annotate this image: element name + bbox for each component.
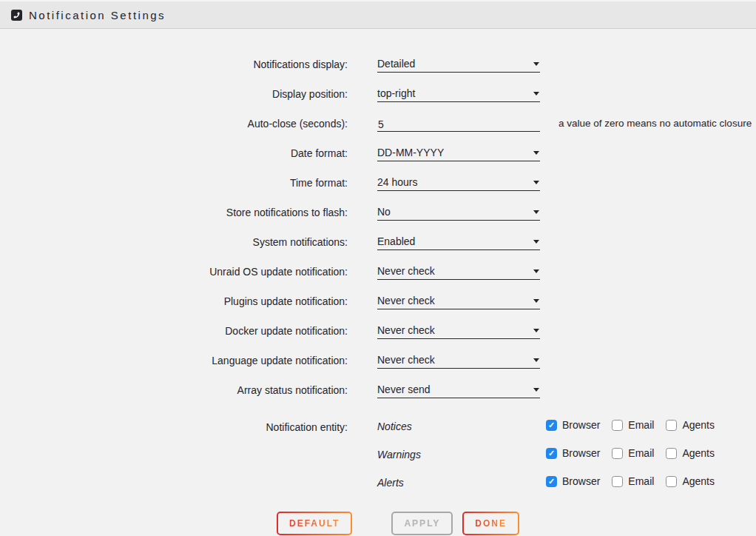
- default-button-label: DEFAULT: [289, 518, 340, 529]
- checkbox-label: Agents: [682, 447, 715, 459]
- field-label: Time format:: [0, 171, 348, 201]
- checkbox-alerts-email[interactable]: ✓Email: [612, 475, 654, 488]
- checkbox-box[interactable]: ✓: [612, 448, 623, 459]
- settings-row-language-update-notification: Language update notification:Never check: [0, 349, 756, 378]
- field-label: Plugins update notification:: [0, 289, 348, 319]
- selected-value: Never check: [377, 324, 435, 336]
- field-label: Array status notification:: [0, 378, 348, 408]
- settings-row-display-position: Display position:top-right: [0, 82, 756, 112]
- chevron-down-icon: [533, 299, 539, 303]
- settings-row-array-status-notification: Array status notification:Never send: [0, 378, 756, 408]
- entity-row-notices: Notification entity:Notices✓Browser✓Emai…: [0, 415, 756, 443]
- checkbox-warnings-browser[interactable]: ✓Browser: [546, 446, 600, 460]
- field-label: Notification entity:: [0, 415, 348, 443]
- checkbox-group-warnings: ✓Browser✓Email✓Agents: [546, 443, 726, 472]
- chevron-down-icon: [533, 62, 539, 66]
- checkbox-label: Email: [628, 475, 654, 487]
- done-button[interactable]: DONE: [464, 513, 518, 534]
- entity-row-alerts: Alerts✓Browser✓Email✓Agents: [0, 472, 756, 500]
- checkbox-warnings-agents[interactable]: ✓Agents: [666, 446, 715, 460]
- checkbox-box[interactable]: ✓: [666, 448, 677, 459]
- entity-level-label: Alerts: [377, 472, 540, 500]
- system-notifications-select[interactable]: Enabled: [377, 230, 540, 250]
- settings-row-time-format: Time format:24 hours: [0, 171, 756, 201]
- selected-value: Never send: [377, 383, 431, 395]
- field-label: Date format:: [0, 141, 348, 171]
- field-label: Auto-close (seconds):: [0, 112, 348, 141]
- selected-value: Never check: [377, 265, 435, 277]
- checkbox-box[interactable]: ✓: [612, 476, 623, 487]
- unraid-os-update-notification-select[interactable]: Never check: [377, 260, 540, 280]
- display-position-select[interactable]: top-right: [377, 82, 540, 102]
- field-label: Store notifications to flash:: [0, 201, 348, 230]
- checkbox-box[interactable]: ✓: [666, 476, 677, 487]
- checkbox-label: Agents: [682, 475, 715, 487]
- notifications-display-select[interactable]: Detailed: [377, 53, 540, 73]
- date-format-select[interactable]: DD-MM-YYYY: [377, 141, 540, 161]
- chevron-down-icon: [533, 388, 539, 392]
- docker-update-notification-select[interactable]: Never check: [377, 319, 540, 339]
- chevron-down-icon: [533, 210, 539, 214]
- selected-value: No: [377, 206, 391, 218]
- chevron-down-icon: [533, 329, 539, 332]
- checkbox-label: Browser: [562, 447, 600, 459]
- done-button-border: DONE: [462, 512, 519, 535]
- checkbox-label: Email: [628, 419, 654, 431]
- checkbox-box[interactable]: ✓: [612, 420, 623, 431]
- settings-row-notifications-display: Notifications display:Detailed: [0, 53, 756, 82]
- field-label: Language update notification:: [0, 349, 348, 378]
- chevron-down-icon: [533, 181, 539, 184]
- field-label: Docker update notification:: [0, 319, 348, 349]
- entity-level-label: Notices: [377, 415, 540, 443]
- checkbox-group-notices: ✓Browser✓Email✓Agents: [546, 415, 726, 443]
- entity-row-warnings: Warnings✓Browser✓Email✓Agents: [0, 443, 756, 472]
- checkbox-box[interactable]: ✓: [546, 448, 557, 459]
- check-icon: ✓: [548, 421, 555, 429]
- settings-row-auto-close-seconds: Auto-close (seconds):a value of zero mea…: [0, 112, 756, 141]
- checkbox-box[interactable]: ✓: [546, 420, 557, 431]
- settings-row-date-format: Date format:DD-MM-YYYY: [0, 141, 756, 171]
- default-button[interactable]: DEFAULT: [278, 513, 351, 534]
- default-button-border: DEFAULT: [277, 512, 352, 535]
- checkbox-alerts-agents[interactable]: ✓Agents: [666, 475, 715, 488]
- chevron-down-icon: [533, 151, 539, 155]
- checkbox-notices-email[interactable]: ✓Email: [612, 418, 654, 432]
- chevron-down-icon: [533, 358, 539, 362]
- checkbox-group-alerts: ✓Browser✓Email✓Agents: [546, 472, 726, 500]
- auto-close-seconds-input[interactable]: [377, 112, 540, 132]
- settings-row-store-notifications-to-flash: Store notifications to flash:No: [0, 201, 756, 230]
- checkbox-label: Browser: [562, 419, 600, 431]
- field-label: Notifications display:: [0, 53, 348, 82]
- check-icon: ✓: [548, 449, 555, 458]
- settings-rows: Notifications display:DetailedDisplay po…: [0, 53, 756, 408]
- array-status-notification-select[interactable]: Never send: [377, 378, 540, 398]
- selected-value: Enabled: [377, 235, 415, 247]
- header: Notification Settings: [0, 0, 756, 29]
- store-notifications-to-flash-select[interactable]: No: [377, 201, 540, 221]
- button-bar: DEFAULT APPLY DONE: [277, 512, 756, 535]
- page-title: Notification Settings: [29, 9, 166, 21]
- field-label: Unraid OS update notification:: [0, 260, 348, 289]
- field-label: Display position:: [0, 82, 348, 112]
- checkbox-label: Agents: [682, 419, 715, 431]
- checkbox-notices-agents[interactable]: ✓Agents: [666, 418, 715, 432]
- field-label: [0, 472, 348, 500]
- checkbox-alerts-browser[interactable]: ✓Browser: [546, 475, 600, 488]
- checkbox-label: Browser: [562, 475, 600, 487]
- settings-row-plugins-update-notification: Plugins update notification:Never check: [0, 289, 756, 319]
- selected-value: 24 hours: [377, 176, 417, 188]
- checkbox-box[interactable]: ✓: [666, 420, 677, 431]
- done-button-label: DONE: [475, 518, 507, 529]
- checkbox-box[interactable]: ✓: [546, 476, 557, 487]
- settings-row-docker-update-notification: Docker update notification:Never check: [0, 319, 756, 349]
- checkbox-notices-browser[interactable]: ✓Browser: [546, 418, 600, 432]
- time-format-select[interactable]: 24 hours: [377, 171, 540, 191]
- field-label: System notifications:: [0, 230, 348, 260]
- chevron-down-icon: [533, 92, 539, 96]
- plugins-update-notification-select[interactable]: Never check: [377, 289, 540, 309]
- entity-level-label: Warnings: [377, 443, 540, 472]
- checkbox-warnings-email[interactable]: ✓Email: [612, 446, 654, 460]
- apply-button[interactable]: APPLY: [391, 512, 453, 535]
- language-update-notification-select[interactable]: Never check: [377, 349, 540, 369]
- selected-value: Never check: [377, 354, 435, 366]
